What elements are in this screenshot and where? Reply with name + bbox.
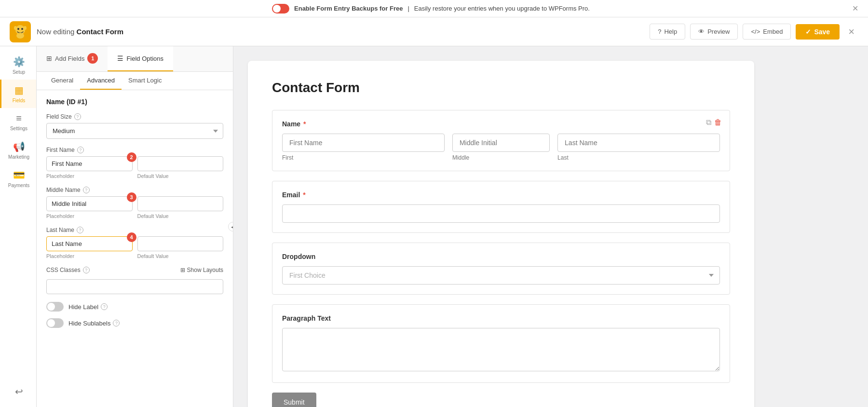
- last-name-placeholder-input[interactable]: [46, 236, 133, 251]
- hide-label-text: Hide Label ?: [68, 303, 108, 311]
- middle-name-preview-input[interactable]: [452, 134, 550, 152]
- settings-icon: ≡: [16, 113, 22, 124]
- last-name-group: Last Name ? 4 Placeholder Default Value: [46, 227, 223, 259]
- hide-label-row: Hide Label ?: [46, 302, 223, 312]
- panel-content: Name (ID #1) Field Size ? Medium Small L…: [37, 90, 233, 407]
- first-name-default-input[interactable]: [137, 156, 224, 171]
- first-name-group: First Name ? 2 Placeholder Default Value: [46, 147, 223, 179]
- form-title: Contact Form: [272, 80, 730, 95]
- first-name-default-label: Default Value: [137, 173, 224, 179]
- last-name-default-input[interactable]: [137, 236, 224, 251]
- hide-sublabels-text: Hide Sublabels ?: [68, 320, 120, 327]
- middle-name-group: Middle Name ? 3 Placeholder Default Valu…: [46, 187, 223, 219]
- middle-name-col: Middle: [452, 134, 550, 161]
- field-section-title: Name (ID #1): [46, 98, 223, 106]
- save-button[interactable]: ✓ Save: [796, 24, 840, 40]
- hide-label-help[interactable]: ?: [101, 303, 108, 310]
- middle-name-badge: 3: [127, 192, 136, 202]
- subtab-general[interactable]: General: [44, 72, 80, 90]
- first-name-preview-input[interactable]: [282, 134, 445, 152]
- css-classes-input[interactable]: [46, 279, 223, 294]
- name-field-actions: ⧉ 🗑: [706, 118, 722, 127]
- embed-icon: </>: [751, 28, 760, 35]
- hide-sublabels-toggle[interactable]: [46, 318, 64, 328]
- first-name-placeholder-input[interactable]: [46, 156, 133, 171]
- undo-icon: ↩: [15, 386, 23, 397]
- sidebar-item-settings[interactable]: ≡ Settings: [0, 108, 36, 136]
- last-name-help[interactable]: ?: [77, 227, 83, 233]
- field-size-help[interactable]: ?: [74, 113, 81, 120]
- preview-icon: 👁: [698, 28, 705, 35]
- last-name-col: Last: [557, 134, 720, 161]
- subtab-advanced[interactable]: Advanced: [80, 72, 122, 90]
- form-preview: Contact Form Name * ⧉ 🗑 First: [233, 46, 868, 407]
- submit-row: Submit: [272, 393, 730, 407]
- sidebar-item-undo[interactable]: ↩: [10, 381, 27, 402]
- sidebar-label-fields: Fields: [13, 98, 26, 103]
- first-name-help[interactable]: ?: [77, 147, 84, 153]
- header: Now editing Contact Form ? Help 👁 Previe…: [0, 17, 868, 46]
- hide-sublabels-help[interactable]: ?: [113, 320, 120, 326]
- form-field-dropdown: Dropdown First Choice: [272, 243, 730, 295]
- notif-toggle[interactable]: [272, 4, 289, 14]
- last-name-default-label: Default Value: [137, 253, 224, 259]
- sidebar-item-payments[interactable]: 💳 Payments: [0, 164, 36, 193]
- middle-name-placeholder-input[interactable]: [46, 196, 133, 211]
- logo: [10, 21, 31, 42]
- fields-icon: ▦: [14, 84, 24, 96]
- embed-button[interactable]: </> Embed: [743, 24, 791, 40]
- tab-add-fields-label: Add Fields: [55, 55, 84, 62]
- payments-icon: 💳: [13, 169, 25, 181]
- middle-name-placeholder-label: Placeholder: [46, 213, 133, 219]
- form-field-paragraph: Paragraph Text: [272, 304, 730, 383]
- hide-label-toggle[interactable]: [46, 302, 64, 312]
- form-field-email: Email *: [272, 181, 730, 233]
- sidebar-label-setup: Setup: [13, 69, 25, 75]
- css-classes-help[interactable]: ?: [83, 267, 90, 273]
- svg-point-4: [14, 26, 17, 30]
- tab-add-fields[interactable]: ⊞ Add Fields 1: [37, 46, 108, 71]
- middle-sublabel: Middle: [452, 154, 550, 161]
- dropdown-field-label: Dropdown: [282, 253, 720, 260]
- tab-field-options[interactable]: ☰ Field Options: [108, 46, 173, 71]
- paragraph-preview-textarea[interactable]: [282, 328, 720, 371]
- sidebar-item-setup[interactable]: ⚙️ Setup: [0, 51, 36, 80]
- first-sublabel: First: [282, 154, 445, 161]
- dropdown-preview-select[interactable]: First Choice: [282, 266, 720, 285]
- last-name-placeholder-label: Placeholder: [46, 253, 133, 259]
- css-classes-label: CSS Classes: [46, 267, 81, 273]
- middle-name-help[interactable]: ?: [83, 187, 90, 193]
- sub-tabs: General Advanced Smart Logic: [37, 72, 233, 90]
- name-copy-button[interactable]: ⧉: [706, 118, 711, 127]
- form-field-name[interactable]: Name * ⧉ 🗑 First Middle: [272, 110, 730, 171]
- sidebar-item-fields[interactable]: ▦ Fields: [0, 80, 36, 108]
- notif-text: Enable Form Entry Backups for Free: [294, 5, 403, 12]
- layout-icon: ⊞: [180, 267, 185, 273]
- email-required-mark: *: [303, 191, 305, 199]
- last-name-preview-input[interactable]: [557, 134, 720, 152]
- middle-name-default-label: Default Value: [137, 213, 224, 219]
- first-name-placeholder-label: Placeholder: [46, 173, 133, 179]
- notification-bar: Enable Form Entry Backups for Free | Eas…: [0, 0, 868, 17]
- close-button[interactable]: ×: [844, 24, 858, 40]
- sidebar: ⚙️ Setup ▦ Fields ≡ Settings 📢 Marketing…: [0, 46, 37, 407]
- sidebar-item-marketing[interactable]: 📢 Marketing: [0, 136, 36, 164]
- help-button[interactable]: ? Help: [650, 24, 685, 40]
- field-size-label: Field Size: [46, 113, 72, 120]
- css-classes-group: CSS Classes ? ⊞ Show Layouts: [46, 267, 223, 294]
- name-required-mark: *: [303, 120, 306, 128]
- preview-button[interactable]: 👁 Preview: [690, 24, 738, 40]
- notif-close-icon[interactable]: ✕: [852, 4, 858, 13]
- name-delete-button[interactable]: 🗑: [714, 118, 722, 127]
- sidebar-label-payments: Payments: [8, 183, 29, 188]
- middle-name-label: Middle Name: [46, 187, 81, 193]
- show-layouts-button[interactable]: ⊞ Show Layouts: [180, 267, 223, 273]
- name-inputs-row: First Middle Last: [282, 134, 720, 161]
- submit-button[interactable]: Submit: [272, 393, 316, 407]
- email-preview-input[interactable]: [282, 204, 720, 223]
- check-icon: ✓: [805, 28, 811, 36]
- subtab-smart-logic[interactable]: Smart Logic: [122, 72, 168, 90]
- last-name-label: Last Name: [46, 227, 74, 233]
- field-size-select[interactable]: Medium Small Large: [46, 123, 223, 139]
- middle-name-default-input[interactable]: [137, 196, 224, 211]
